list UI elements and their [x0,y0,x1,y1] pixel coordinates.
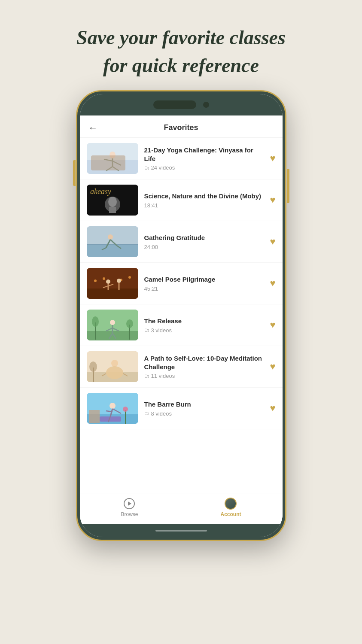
stack-icon: 🗂 [144,165,149,171]
svg-point-16 [108,234,113,240]
svg-point-38 [126,319,133,328]
favorites-list[interactable]: 21-Day Yoga Challenge: Vinyasa for Life … [80,138,283,493]
app-screen: ← Favorites [80,115,283,524]
svg-point-2 [110,152,116,158]
nav-browse[interactable]: Browse [121,498,138,517]
item-thumbnail [87,393,138,424]
back-button[interactable]: ← [88,122,98,134]
item-meta: 🗂 8 videos [144,410,264,417]
svg-point-39 [110,320,115,325]
screen-title: Favorites [164,123,198,132]
item-meta: 🗂 3 videos [144,327,264,334]
svg-line-4 [104,159,113,161]
svg-point-49 [111,360,118,367]
list-item[interactable]: The Barre Burn 🗂 8 videos ♥ [80,388,283,429]
favorite-button[interactable]: ♥ [270,153,275,164]
list-item[interactable]: A Path to Self-Love: 10-Day Meditation C… [80,346,283,388]
item-title: 21-Day Yoga Challenge: Vinyasa for Life [144,146,264,163]
item-meta: 24:00 [144,244,264,250]
svg-point-11 [108,197,117,207]
item-meta: 45:21 [144,286,264,292]
svg-point-57 [123,407,128,412]
svg-point-26 [128,276,131,279]
home-bar [155,530,207,532]
item-info: Science, Nature and the Divine (Moby) 18… [144,192,264,209]
svg-point-27 [106,279,110,284]
item-title: The Release [144,317,264,325]
svg-point-24 [103,277,105,280]
item-thumbnail [87,351,138,382]
item-info: The Release 🗂 3 videos [144,317,264,334]
svg-rect-22 [87,289,138,299]
phone-frame: ← Favorites [76,90,286,541]
item-thumbnail [87,226,138,257]
item-info: The Barre Burn 🗂 8 videos [144,400,264,417]
list-item[interactable]: akeasy Science, Nature and the Divine (M… [80,179,283,221]
list-item[interactable]: The Release 🗂 3 videos ♥ [80,304,283,346]
favorite-button[interactable]: ♥ [270,403,275,414]
item-thumbnail: akeasy [87,185,138,216]
item-info: A Path to Self-Love: 10-Day Meditation C… [144,354,264,379]
item-meta: 🗂 24 videos [144,164,264,171]
browse-icon [123,498,135,510]
nav-account-label: Account [220,511,241,517]
favorite-button[interactable]: ♥ [270,278,275,289]
item-title: Science, Nature and the Divine (Moby) [144,192,264,200]
item-thumbnail [87,310,138,340]
svg-rect-55 [89,410,100,423]
svg-point-23 [94,279,97,282]
notch-pill [153,100,196,109]
svg-rect-14 [87,244,138,257]
item-title: Gathering Gratitude [144,234,264,242]
item-title: A Path to Self-Love: 10-Day Meditation C… [144,354,264,371]
phone-notch [80,94,283,115]
svg-rect-1 [87,160,138,174]
svg-line-6 [106,167,113,171]
nav-account[interactable]: Account [220,498,241,517]
item-info: 21-Day Yoga Challenge: Vinyasa for Life … [144,146,264,171]
svg-line-5 [113,161,121,165]
nav-browse-label: Browse [121,511,138,517]
item-title: Camel Pose Pilgrimage [144,275,264,284]
favorite-button[interactable]: ♥ [270,236,275,247]
svg-point-36 [92,316,99,327]
favorite-button[interactable]: ♥ [270,361,275,372]
svg-point-59 [110,403,116,409]
item-thumbnail [87,268,138,299]
stack-icon: 🗂 [144,410,149,416]
account-icon [225,498,237,510]
item-title: The Barre Burn [144,400,264,409]
page-title: Save your favorite classes [76,26,286,49]
list-item[interactable]: 21-Day Yoga Challenge: Vinyasa for Life … [80,138,283,179]
bottom-nav: Browse Account [80,493,283,524]
notch-camera [203,102,209,108]
item-info: Camel Pose Pilgrimage 45:21 [144,275,264,292]
stack-icon: 🗂 [144,373,149,379]
list-item[interactable]: Camel Pose Pilgrimage 45:21 ♥ [80,263,283,304]
item-meta: 18:41 [144,202,264,209]
page-subtitle: for quick reference [103,54,259,77]
svg-point-50 [106,366,123,379]
svg-text:akeasy: akeasy [90,187,111,196]
item-meta: 🗂 11 videos [144,373,264,379]
svg-rect-12 [109,207,116,213]
svg-line-7 [113,167,119,171]
item-thumbnail [87,143,138,174]
svg-point-31 [117,279,121,283]
stack-icon: 🗂 [144,327,149,333]
home-indicator [80,524,283,537]
svg-point-48 [89,361,97,372]
item-info: Gathering Gratitude 24:00 [144,234,264,250]
list-item[interactable]: Gathering Gratitude 24:00 ♥ [80,221,283,263]
favorite-button[interactable]: ♥ [270,319,275,331]
favorite-button[interactable]: ♥ [270,194,275,206]
app-header: ← Favorites [80,115,283,138]
